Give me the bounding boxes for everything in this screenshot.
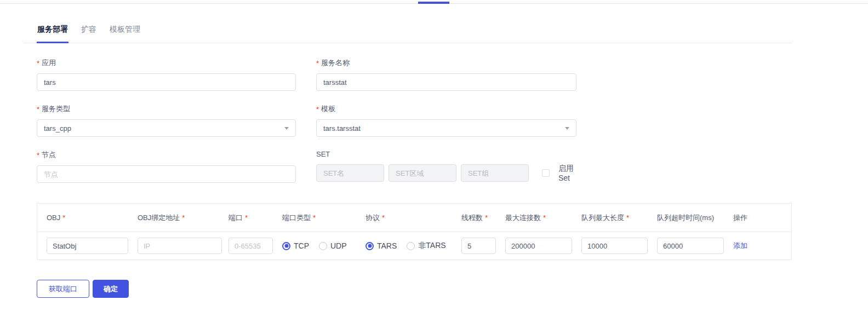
service-name-input[interactable] [316, 73, 576, 91]
queue-max-length-input[interactable] [581, 238, 648, 254]
header-text: 端口 [229, 213, 243, 223]
tcp-radio-label: TCP [294, 241, 309, 250]
set-area-input[interactable] [389, 164, 456, 182]
col-header-protocol: 协议 * [356, 213, 452, 223]
service-name-label-text: 服务名称 [321, 58, 350, 68]
set-name-input[interactable] [316, 164, 384, 182]
col-header-queue-max-length: 队列最大长度 * [572, 213, 648, 223]
port-type-radio-group: TCP UDP [282, 241, 347, 250]
field-service-name: * 服务名称 [316, 58, 576, 91]
queue-timeout-cell [648, 238, 724, 254]
obj-table-row: TCP UDP TARS 非TARS [37, 232, 791, 260]
app-label-text: 应用 [42, 58, 56, 68]
required-asterisk: * [316, 105, 319, 113]
app-input[interactable] [37, 73, 296, 91]
header-text: 最大连接数 [505, 213, 541, 223]
service-type-label-text: 服务类型 [42, 104, 70, 114]
obj-cell [37, 238, 128, 254]
required-asterisk: * [182, 214, 185, 222]
port-type-cell: TCP UDP [273, 241, 356, 250]
col-header-obj: OBJ * [37, 214, 128, 222]
header-text: 操作 [733, 213, 747, 223]
col-header-action: 操作 [724, 213, 791, 223]
tcp-radio[interactable]: TCP [282, 241, 309, 250]
tars-radio[interactable]: TARS [366, 241, 397, 250]
app-label: * 应用 [37, 58, 296, 68]
header-text: 队列最大长度 [581, 213, 624, 223]
tab-expand[interactable]: 扩容 [81, 25, 97, 43]
get-port-button[interactable]: 获取端口 [37, 280, 89, 298]
max-connections-input[interactable] [505, 238, 572, 254]
node-label-text: 节点 [42, 150, 56, 160]
obj-input[interactable] [47, 238, 128, 254]
queue-timeout-input[interactable] [657, 238, 724, 254]
set-label: SET [316, 150, 576, 158]
radio-dot-icon [282, 242, 290, 250]
required-asterisk: * [485, 214, 488, 222]
enable-set-label[interactable]: 启用Set [558, 164, 576, 182]
udp-radio-label: UDP [330, 241, 347, 250]
required-asterisk: * [626, 214, 629, 222]
node-input[interactable] [37, 165, 296, 183]
field-service-type: * 服务类型 tars_cpp [37, 104, 296, 137]
col-header-queue-timeout: 队列超时时间(ms) [648, 213, 724, 223]
col-header-max-connections: 最大连接数 * [496, 213, 572, 223]
obj-table-header: OBJ * OBJ绑定地址 * 端口 * 端口类型 * 协议 * 线程数 * [37, 204, 791, 232]
template-label-text: 模板 [321, 104, 335, 114]
non-tars-radio[interactable]: 非TARS [407, 241, 446, 251]
field-node: * 节点 [37, 150, 296, 183]
required-asterisk: * [37, 105, 39, 113]
top-nav-bottom-edge [0, 0, 868, 4]
header-text: 协议 [366, 213, 380, 223]
port-cell [219, 238, 273, 254]
header-text: OBJ绑定地址 [138, 213, 180, 223]
header-text: 端口类型 [282, 213, 311, 223]
protocol-radio-group: TARS 非TARS [366, 241, 446, 251]
required-asterisk: * [543, 214, 546, 222]
confirm-button[interactable]: 确定 [93, 280, 129, 298]
protocol-cell: TARS 非TARS [356, 241, 452, 251]
template-label: * 模板 [316, 104, 576, 114]
required-asterisk: * [245, 214, 248, 222]
max-connections-cell [496, 238, 572, 254]
col-header-port-type: 端口类型 * [273, 213, 356, 223]
required-asterisk: * [37, 59, 39, 67]
required-asterisk: * [313, 214, 316, 222]
set-label-text: SET [316, 150, 330, 158]
required-asterisk: * [316, 59, 319, 67]
chevron-down-icon [565, 127, 569, 130]
tab-service-deploy[interactable]: 服务部署 [37, 25, 68, 43]
obj-config-table: OBJ * OBJ绑定地址 * 端口 * 端口类型 * 协议 * 线程数 * [37, 203, 792, 260]
node-label: * 节点 [37, 150, 296, 160]
radio-dot-icon [366, 242, 374, 250]
service-type-select[interactable]: tars_cpp [37, 119, 296, 137]
action-cell: 添加 [724, 241, 791, 251]
threads-cell [452, 238, 496, 254]
deploy-form: * 应用 * 服务名称 * 服务类型 tars_cpp * [24, 58, 792, 183]
col-header-threads: 线程数 * [452, 213, 496, 223]
add-row-link[interactable]: 添加 [733, 241, 747, 251]
queue-max-length-cell [572, 238, 648, 254]
port-input[interactable] [229, 238, 273, 254]
template-select[interactable]: tars.tarsstat [316, 119, 576, 137]
deploy-card: 服务部署 扩容 模板管理 * 应用 * 服务名称 * 服务类型 tars_c [24, 25, 792, 298]
field-template: * 模板 tars.tarsstat [316, 104, 576, 137]
chevron-down-icon [284, 127, 289, 130]
required-asterisk: * [382, 214, 385, 222]
top-nav-active-indicator [418, 2, 449, 4]
tab-template-manage[interactable]: 模板管理 [109, 25, 141, 43]
header-text: 队列超时时间(ms) [657, 213, 714, 223]
udp-radio[interactable]: UDP [319, 241, 347, 250]
template-value: tars.tarsstat [323, 124, 361, 132]
required-asterisk: * [62, 214, 65, 222]
non-tars-radio-label: 非TARS [418, 241, 446, 251]
radio-dot-icon [319, 242, 327, 250]
set-group-input[interactable] [461, 164, 529, 182]
col-header-bind-address: OBJ绑定地址 * [128, 213, 219, 223]
field-set: SET 启用Set [316, 150, 576, 183]
bind-address-input[interactable] [138, 238, 222, 254]
field-app: * 应用 [37, 58, 296, 91]
threads-input[interactable] [461, 238, 496, 254]
tars-radio-label: TARS [377, 241, 397, 250]
enable-set-checkbox[interactable] [542, 169, 550, 177]
